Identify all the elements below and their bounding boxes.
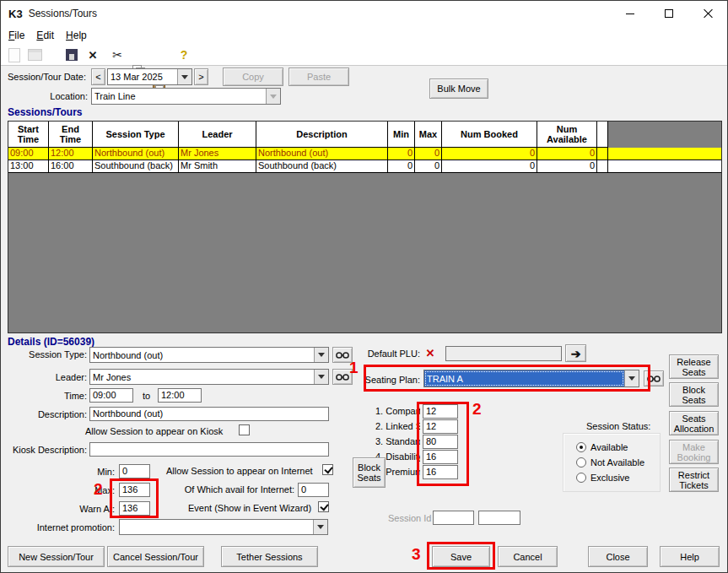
- column-header-spacer: [597, 122, 608, 148]
- kiosk-description-field[interactable]: [89, 442, 329, 457]
- session-type-combo[interactable]: Northbound (out): [89, 347, 329, 363]
- seat-field-standard[interactable]: 80: [423, 435, 458, 449]
- copy-session-button[interactable]: Copy: [223, 68, 283, 86]
- grid-icon[interactable]: [26, 46, 43, 63]
- column-header-min: Min: [388, 122, 415, 148]
- close-icon: [703, 8, 713, 19]
- bulk-move-button[interactable]: Bulk Move: [429, 78, 488, 99]
- seating-plan-value: TRAIN A: [424, 370, 624, 387]
- make-booking-button[interactable]: Make Booking: [669, 440, 719, 464]
- new-document-icon[interactable]: [6, 46, 23, 63]
- cancel-session-tour-button[interactable]: Cancel Session/Tour: [107, 546, 204, 567]
- session-row[interactable]: 13:00 16:00 Southbound (back) Mr Smith S…: [8, 160, 721, 173]
- session-type-dropdown-button[interactable]: [314, 348, 328, 362]
- minimize-button[interactable]: [611, 1, 650, 26]
- cell-num-available: 0: [537, 148, 597, 160]
- menu-help[interactable]: Help: [60, 28, 93, 43]
- seat-field-linked-seat[interactable]: 12: [423, 419, 458, 434]
- session-type-search-button[interactable]: [332, 347, 353, 363]
- session-id-field-2[interactable]: [478, 511, 520, 525]
- save-icon[interactable]: [63, 46, 80, 63]
- assign-plu-button[interactable]: ➔: [565, 344, 586, 362]
- status-radio-available[interactable]: [576, 442, 586, 452]
- cancel-button[interactable]: Cancel: [498, 546, 558, 567]
- seating-plan-dropdown-button[interactable]: [624, 370, 639, 387]
- binoculars-icon: [336, 351, 349, 359]
- binoculars-icon: [336, 373, 349, 381]
- session-id-field-1[interactable]: [433, 511, 474, 525]
- maximize-button[interactable]: [650, 1, 688, 26]
- titlebar: K3 Sessions/Tours: [1, 1, 727, 26]
- status-radio-exclusive[interactable]: [576, 473, 586, 483]
- seats-allocation-button[interactable]: Seats Allocation: [669, 411, 719, 435]
- cell-spacer: [597, 160, 608, 173]
- internet-check-label: Allow Session to appear on Internet: [166, 466, 313, 477]
- time-from-field[interactable]: 09:00: [89, 388, 133, 403]
- location-combo[interactable]: Train Line: [91, 88, 281, 105]
- internet-checkbox[interactable]: [322, 464, 333, 475]
- save-button[interactable]: Save: [432, 546, 490, 567]
- cell-num-available: 0: [537, 160, 597, 173]
- seat-field-disability[interactable]: 16: [423, 450, 458, 464]
- cell-leader: Mr Jones: [179, 148, 256, 160]
- help-button[interactable]: Help: [660, 546, 720, 567]
- seating-plan-combo[interactable]: TRAIN A: [423, 370, 639, 387]
- kiosk-description-label: Kiosk Description:: [8, 445, 87, 456]
- leader-search-button[interactable]: [332, 369, 353, 385]
- close-button[interactable]: [688, 1, 727, 26]
- warn-at-field[interactable]: 136: [119, 501, 150, 516]
- min-field[interactable]: 0: [119, 464, 150, 478]
- description-field[interactable]: Northbound (out): [89, 407, 329, 421]
- seat-field-compartment[interactable]: 12: [423, 404, 458, 419]
- cell-max: 0: [415, 148, 442, 160]
- delete-icon[interactable]: ✕: [84, 46, 101, 63]
- kiosk-checkbox[interactable]: [239, 424, 250, 435]
- paste-session-button[interactable]: Paste: [289, 68, 349, 86]
- session-id-label: Session Id: [388, 513, 431, 524]
- internet-promotion-dropdown-button[interactable]: [313, 520, 327, 534]
- max-field[interactable]: 136: [119, 483, 150, 497]
- column-header-session-type: Session Type: [93, 122, 179, 148]
- cell-end-time: 16:00: [49, 160, 93, 173]
- event-checkbox[interactable]: [318, 501, 329, 512]
- new-session-tour-button[interactable]: New Session/Tour: [8, 546, 105, 567]
- close-button-footer[interactable]: Close: [588, 546, 648, 567]
- app-logo: K3: [8, 8, 23, 20]
- menu-file[interactable]: File: [3, 28, 30, 43]
- status-radio-not-available[interactable]: [576, 457, 586, 468]
- default-plu-label: Default PLU:: [355, 349, 420, 359]
- restrict-tickets-button[interactable]: Restrict Tickets: [669, 468, 719, 492]
- leader-dropdown-button[interactable]: [314, 370, 328, 384]
- seat-field-premium[interactable]: 16: [423, 465, 458, 479]
- cut-icon[interactable]: ✂: [109, 46, 126, 63]
- next-date-button[interactable]: >: [194, 68, 208, 85]
- seating-plan-search-button[interactable]: [644, 370, 664, 387]
- dropdown-arrow-icon: [317, 525, 324, 529]
- session-row-selected[interactable]: 09:00 12:00 Northbound (out) Mr Jones No…: [8, 148, 721, 160]
- cell-start-time: 13:00: [8, 160, 49, 173]
- cell-session-type: Southbound (back): [93, 160, 179, 173]
- date-combo[interactable]: 13 Mar 2025: [107, 68, 192, 85]
- clear-plu-icon[interactable]: ✕: [423, 347, 437, 360]
- location-dropdown-button[interactable]: [266, 89, 280, 104]
- dropdown-arrow-icon: [628, 376, 635, 381]
- sessions-section-title: Sessions/Tours: [8, 106, 82, 118]
- internet-promotion-combo[interactable]: [119, 519, 328, 535]
- block-seats-mid-button[interactable]: Block Seats: [353, 457, 386, 488]
- internet-avail-field[interactable]: 0: [298, 483, 329, 497]
- help-icon[interactable]: ?: [175, 46, 192, 63]
- tether-sessions-button[interactable]: Tether Sessions: [221, 546, 318, 567]
- window-controls: [611, 1, 727, 26]
- column-header-num-booked: Num Booked: [442, 122, 537, 148]
- leader-combo[interactable]: Mr Jones: [89, 369, 329, 385]
- window-title: Sessions/Tours: [29, 8, 97, 19]
- block-seats-button[interactable]: Block Seats: [669, 382, 719, 407]
- seat-label-compartment: 1. Compartment: [375, 406, 420, 417]
- time-to-field[interactable]: 12:00: [158, 388, 202, 403]
- release-seats-button[interactable]: Release Seats: [669, 354, 719, 379]
- cell-max: 0: [415, 160, 442, 173]
- date-dropdown-button[interactable]: [177, 69, 191, 84]
- prev-date-button[interactable]: <: [91, 68, 105, 85]
- row-filler: [608, 148, 721, 160]
- menu-edit[interactable]: Edit: [30, 28, 60, 43]
